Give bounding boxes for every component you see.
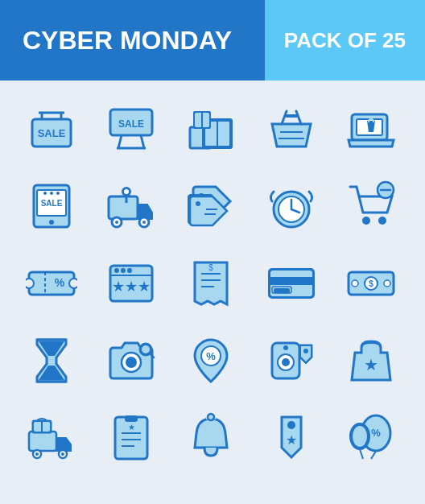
delivery-truck-icon [93,167,170,245]
svg-text:%: % [371,427,381,439]
icons-grid: SALE SALE [0,81,425,486]
svg-point-33 [142,221,146,224]
svg-point-90 [35,452,39,456]
location-percent-icon: % [172,322,250,399]
svg-point-103 [208,414,214,420]
svg-point-84 [282,358,290,366]
price-tags-icon [172,167,250,245]
svg-point-71 [352,280,358,287]
credit-card-icon [253,245,330,322]
alarm-clock-icon [253,167,330,245]
svg-text:%: % [207,350,217,362]
receipt-icon: $ [172,245,250,322]
svg-text:★: ★ [364,356,378,374]
bell-icon [172,399,250,477]
svg-point-57 [127,268,132,273]
svg-text:$: $ [209,263,214,272]
svg-rect-19 [285,114,298,118]
svg-point-56 [121,268,126,273]
svg-point-31 [115,221,118,224]
browser-stars-icon: ★★★ [93,245,170,322]
svg-point-26 [43,192,47,195]
hourglass-icon [13,322,90,399]
checklist-icon: ★ [93,399,170,477]
svg-point-108 [353,426,367,447]
delivery-gift-icon [13,399,90,477]
svg-point-45 [378,217,386,225]
svg-point-35 [124,189,129,194]
svg-point-37 [196,201,200,206]
svg-rect-65 [269,277,314,285]
svg-point-55 [114,268,119,273]
svg-rect-48 [29,272,74,295]
speaker-tag-icon [253,322,330,399]
svg-text:★★★: ★★★ [112,279,151,295]
header-title: CYBER MONDAY [0,0,265,81]
balloon-percent-icon: % [332,399,410,477]
svg-rect-88 [29,432,56,451]
boxes-icon [172,90,250,167]
sale-billboard-icon: SALE [93,90,170,167]
svg-text:★: ★ [128,423,135,432]
shopping-bag-star-icon: ★ [332,322,410,399]
svg-point-86 [303,349,308,353]
svg-text:SALE: SALE [118,118,144,130]
svg-point-85 [283,345,288,350]
svg-rect-29 [109,196,138,219]
header-pack: PACK OF 25 [265,0,425,81]
svg-text:★: ★ [286,433,297,447]
svg-point-104 [287,421,295,429]
sale-phone-icon: SALE [13,167,90,245]
svg-rect-97 [125,415,138,422]
sale-tag-icon: SALE [13,90,90,167]
shopping-basket-icon [253,90,330,167]
svg-point-24 [49,220,54,225]
svg-text:%: % [55,276,65,289]
svg-text:SALE: SALE [41,199,63,208]
camera-icon [93,322,170,399]
svg-point-50 [69,279,77,288]
svg-point-72 [384,280,390,287]
svg-point-28 [56,192,60,195]
tag-star-icon: ★ [253,399,330,477]
cash-bill-icon: $ [332,245,410,322]
svg-point-76 [126,357,137,368]
svg-line-8 [141,135,144,148]
svg-point-78 [142,345,150,353]
header: CYBER MONDAY PACK OF 25 [0,0,425,81]
svg-point-49 [26,279,34,288]
svg-point-27 [50,192,53,195]
svg-point-92 [61,452,64,456]
svg-point-44 [362,217,370,225]
svg-rect-66 [274,288,290,293]
laptop-shopping-icon [332,90,410,167]
discount-coupon-icon: % [13,245,90,322]
svg-line-7 [118,135,122,148]
shopping-cart-minus-icon [332,167,410,245]
svg-text:SALE: SALE [38,127,66,139]
svg-text:$: $ [369,279,373,288]
